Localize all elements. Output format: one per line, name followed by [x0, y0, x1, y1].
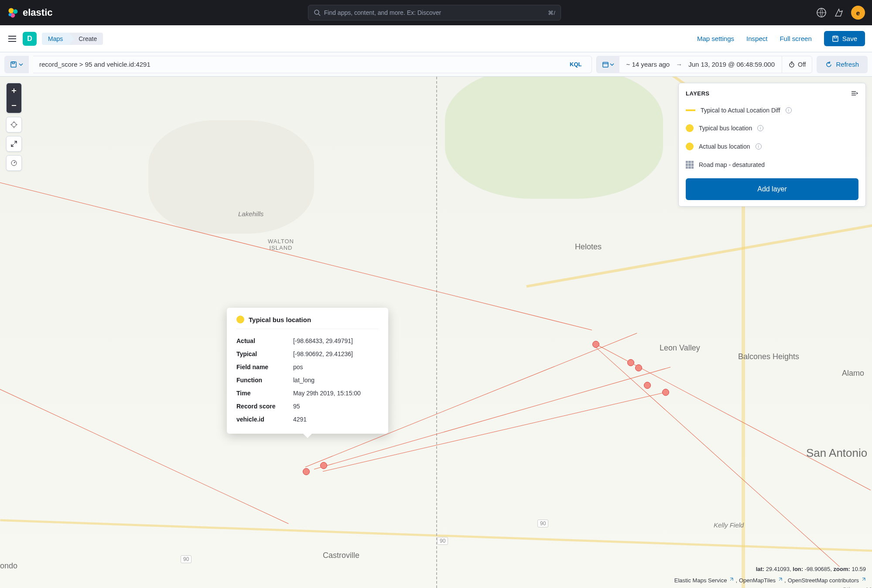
- full-screen-link[interactable]: Full screen: [780, 35, 811, 42]
- map-marker[interactable]: [635, 364, 642, 371]
- map-city-label: Leon Valley: [660, 343, 700, 353]
- add-layer-button[interactable]: Add layer: [686, 178, 858, 200]
- layer-item-typical[interactable]: Typical bus location i: [686, 119, 858, 137]
- calendar-icon: [602, 61, 609, 68]
- header-right: e: [816, 6, 865, 20]
- minus-icon: [11, 102, 17, 109]
- expand-button[interactable]: [7, 136, 21, 151]
- date-quick-button[interactable]: [597, 56, 619, 73]
- search-placeholder: Find apps, content, and more. Ex: Discov…: [324, 9, 441, 16]
- layers-panel: LAYERS Typical to Actual Location Diff i…: [678, 83, 866, 207]
- tooltip-row: Record score95: [236, 400, 379, 413]
- date-range-display[interactable]: ~ 14 years ago → Jun 13, 2019 @ 06:48:59…: [619, 61, 782, 68]
- svg-point-1: [13, 9, 18, 14]
- svg-rect-10: [833, 36, 838, 41]
- newsfeed-icon[interactable]: [816, 7, 827, 18]
- query-input[interactable]: record_score > 95 and vehicle.id:4291 KQ…: [33, 56, 592, 73]
- disk-icon: [10, 61, 17, 68]
- map-city-label: San Antonio: [806, 446, 867, 460]
- cheer-icon[interactable]: [834, 7, 844, 18]
- auto-refresh-toggle[interactable]: Off: [782, 56, 812, 73]
- tooltip-row: Functionlat_long: [236, 374, 379, 387]
- tools-control: [6, 155, 22, 171]
- svg-point-0: [9, 8, 14, 14]
- date-picker: ~ 14 years ago → Jun 13, 2019 @ 06:48:59…: [596, 56, 813, 73]
- chevron-down-icon: [19, 62, 23, 67]
- tooltip-title: Typical bus location: [249, 316, 311, 323]
- map-label: Lakehills: [238, 210, 263, 218]
- tooltip-row: Field namepos: [236, 360, 379, 374]
- svg-rect-13: [12, 62, 14, 64]
- map-greenspace: [445, 77, 663, 199]
- layers-title: LAYERS: [686, 90, 710, 97]
- global-search-input[interactable]: Find apps, content, and more. Ex: Discov…: [308, 5, 561, 20]
- map-city-label: Alamo: [842, 369, 864, 378]
- route-shield: 90: [537, 520, 548, 527]
- map-city-label: Balcones Heights: [738, 352, 799, 361]
- info-icon[interactable]: i: [786, 107, 792, 113]
- query-lang-badge[interactable]: KQL: [566, 59, 585, 69]
- layer-item-diff[interactable]: Typical to Actual Location Diff i: [686, 102, 858, 119]
- date-end: Jun 13, 2019 @ 06:48:59.000: [688, 61, 775, 68]
- tooltip-row: vehicle.id4291: [236, 413, 379, 426]
- map-marker[interactable]: [627, 359, 634, 366]
- map-marker[interactable]: [662, 389, 669, 396]
- expand-control: [6, 136, 22, 152]
- info-icon[interactable]: i: [756, 143, 762, 150]
- collapse-icon[interactable]: [851, 89, 858, 97]
- refresh-icon: [825, 61, 832, 68]
- breadcrumb-maps[interactable]: Maps: [42, 33, 69, 45]
- map-settings-link[interactable]: Map settings: [697, 35, 734, 42]
- app-toolbar: D Maps Create Map settings Inspect Full …: [0, 25, 872, 52]
- layer-swatch: [686, 124, 694, 132]
- inspect-link[interactable]: Inspect: [746, 35, 767, 42]
- tooltip-row: Actual[-98.68433, 29.49791]: [236, 334, 379, 347]
- user-avatar[interactable]: e: [851, 6, 865, 20]
- map-label: Stinson M Airp: [842, 586, 871, 588]
- svg-rect-12: [11, 62, 16, 67]
- layer-item-basemap[interactable]: Road map - desaturated: [686, 156, 858, 174]
- zoom-in-button[interactable]: [7, 83, 21, 98]
- layer-swatch: [686, 143, 694, 150]
- external-link-icon: [861, 577, 866, 582]
- map-marker[interactable]: [303, 468, 310, 475]
- brand-name: elastic: [23, 7, 53, 18]
- zoom-out-button[interactable]: [7, 98, 21, 113]
- save-button[interactable]: Save: [824, 31, 865, 46]
- attrib-ems[interactable]: Elastic Maps Service: [674, 577, 727, 584]
- map-label: WALTON ISLAND: [268, 238, 294, 251]
- search-shortcut: ⌘/: [548, 10, 555, 16]
- tools-button[interactable]: [7, 156, 21, 170]
- feature-tooltip: Typical bus location Actual[-98.68433, 2…: [227, 308, 388, 434]
- space-selector[interactable]: D: [23, 32, 37, 46]
- chevron-down-icon: [610, 62, 614, 67]
- map-marker[interactable]: [320, 462, 327, 469]
- fit-data-button[interactable]: [7, 117, 21, 132]
- svg-rect-11: [834, 36, 837, 38]
- saved-queries-button[interactable]: [4, 56, 29, 73]
- map-city-label: Castroville: [323, 551, 359, 560]
- layer-item-actual[interactable]: Actual bus location i: [686, 137, 858, 156]
- breadcrumb: Maps Create: [42, 33, 103, 45]
- query-bar: record_score > 95 and vehicle.id:4291 KQ…: [0, 52, 872, 77]
- map-coordinates: lat: 29.41093, lon: -98.90685, zoom: 10.…: [756, 566, 866, 572]
- arrow-right-icon: →: [676, 61, 682, 68]
- info-icon[interactable]: i: [757, 125, 763, 131]
- map-canvas[interactable]: Lakehills WALTON ISLAND Helotes Leon Val…: [0, 77, 872, 588]
- attrib-omt[interactable]: OpenMapTiles: [739, 577, 776, 584]
- global-header: elastic Find apps, content, and more. Ex…: [0, 0, 872, 25]
- map-attribution: Elastic Maps Service , OpenMapTiles , Op…: [674, 577, 866, 584]
- route-shield: 90: [181, 555, 191, 563]
- nav-toggle-icon[interactable]: [7, 34, 17, 44]
- brand-logo[interactable]: elastic: [7, 7, 53, 19]
- save-icon: [832, 35, 839, 42]
- map-marker[interactable]: [644, 382, 651, 389]
- refresh-button[interactable]: Refresh: [817, 56, 868, 73]
- tooltip-row: TimeMay 29th 2019, 15:15:00: [236, 387, 379, 400]
- map-water: [148, 120, 314, 234]
- layer-color-swatch: [236, 316, 244, 323]
- tooltip-arrow: [303, 434, 312, 438]
- layer-swatch: [686, 161, 694, 169]
- map-marker[interactable]: [592, 341, 599, 348]
- attrib-osm[interactable]: OpenStreetMap contributors: [788, 577, 859, 584]
